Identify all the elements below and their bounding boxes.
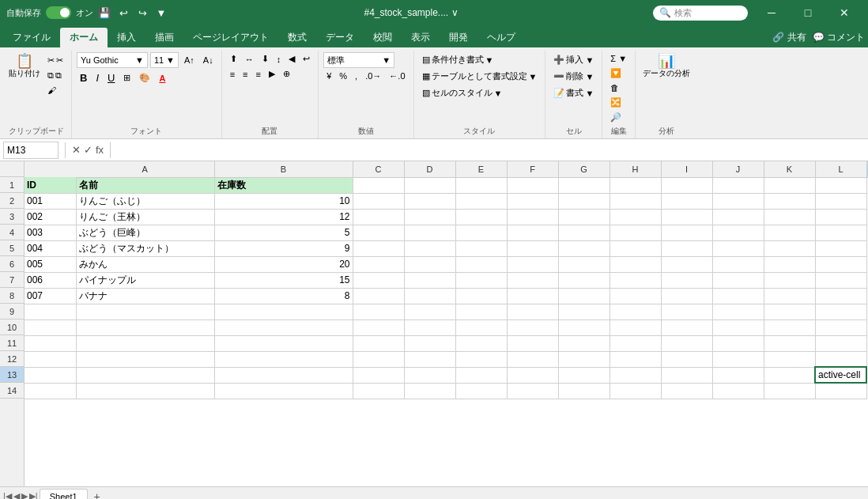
comment-button[interactable]: 💬 コメント xyxy=(813,31,865,44)
cell-I4[interactable] xyxy=(609,225,661,240)
cell-F1[interactable] xyxy=(455,177,507,193)
cell-J2[interactable] xyxy=(661,193,712,209)
cell-A10[interactable] xyxy=(25,319,76,335)
col-header-H[interactable]: H xyxy=(609,161,661,177)
row-header-11[interactable]: 11 xyxy=(0,335,24,351)
cell-C11[interactable] xyxy=(214,335,353,351)
cell-A5[interactable]: 004 xyxy=(25,240,76,256)
cell-J9[interactable] xyxy=(661,304,712,319)
cell-I10[interactable] xyxy=(609,319,661,335)
cell-I5[interactable] xyxy=(609,240,661,256)
cell-J4[interactable] xyxy=(661,225,712,240)
data-analysis-button[interactable]: 📊 データの分析 xyxy=(640,52,693,81)
cell-K12[interactable] xyxy=(712,351,764,367)
align-right-button[interactable]: ≡ xyxy=(253,67,264,81)
cell-G9[interactable] xyxy=(507,304,558,319)
percent-button[interactable]: % xyxy=(336,70,350,82)
row-header-8[interactable]: 8 xyxy=(0,288,24,304)
col-header-B[interactable]: B xyxy=(214,161,353,177)
cell-L1[interactable] xyxy=(764,177,815,193)
cell-G6[interactable] xyxy=(507,256,558,272)
cell-F7[interactable] xyxy=(455,272,507,288)
col-header-K[interactable]: K xyxy=(764,161,815,177)
italic-button[interactable]: I xyxy=(92,70,102,85)
cell-L11[interactable] xyxy=(764,335,815,351)
close-button[interactable]: ✕ xyxy=(827,0,862,25)
cancel-formula-icon[interactable]: ✕ xyxy=(72,144,81,156)
cell-D9[interactable] xyxy=(353,304,404,319)
cell-L14[interactable] xyxy=(764,383,815,399)
border-button[interactable]: ⊞ xyxy=(120,71,134,85)
insert-cells-button[interactable]: ➕ 挿入 ▼ xyxy=(550,52,597,67)
tab-review[interactable]: 校閲 xyxy=(364,28,402,47)
cell-I7[interactable] xyxy=(609,272,661,288)
cell-G4[interactable] xyxy=(507,225,558,240)
cell-A6[interactable]: 005 xyxy=(25,256,76,272)
cell-H4[interactable] xyxy=(558,225,609,240)
cell-G13[interactable] xyxy=(507,367,558,383)
cell-C5[interactable]: 9 xyxy=(214,240,353,256)
redo-qat-button[interactable]: ↪ xyxy=(134,5,150,21)
cell-K13[interactable] xyxy=(712,367,764,383)
cell-K8[interactable] xyxy=(712,288,764,304)
cell-A1[interactable]: ID xyxy=(25,177,76,193)
cell-D3[interactable] xyxy=(353,209,404,225)
cell-M7[interactable] xyxy=(815,272,866,288)
cell-D13[interactable] xyxy=(353,367,404,383)
cell-F10[interactable] xyxy=(455,319,507,335)
cell-F14[interactable] xyxy=(455,383,507,399)
cell-E4[interactable] xyxy=(404,225,455,240)
cell-E7[interactable] xyxy=(404,272,455,288)
underline-button[interactable]: U xyxy=(104,70,118,85)
cell-A9[interactable] xyxy=(25,304,76,319)
cell-D10[interactable] xyxy=(353,319,404,335)
row-header-13[interactable]: 13 xyxy=(0,367,24,383)
cell-L3[interactable] xyxy=(764,209,815,225)
decrease-decimal-button[interactable]: ←.0 xyxy=(386,70,408,82)
cell-J12[interactable] xyxy=(661,351,712,367)
tab-help[interactable]: ヘルプ xyxy=(477,28,525,47)
row-header-4[interactable]: 4 xyxy=(0,225,24,240)
cell-H3[interactable] xyxy=(558,209,609,225)
col-header-I[interactable]: I xyxy=(661,161,712,177)
cell-K7[interactable] xyxy=(712,272,764,288)
cell-D6[interactable] xyxy=(353,256,404,272)
cell-H10[interactable] xyxy=(558,319,609,335)
font-size-dropdown[interactable]: 11 ▼ xyxy=(150,52,179,68)
increase-decimal-button[interactable]: .0→ xyxy=(362,70,384,82)
tab-file[interactable]: ファイル xyxy=(3,28,60,47)
restore-button[interactable]: □ xyxy=(791,0,825,25)
font-name-dropdown[interactable]: Yu Gothic ▼ xyxy=(77,52,148,68)
cell-C8[interactable]: 8 xyxy=(214,288,353,304)
cell-H8[interactable] xyxy=(558,288,609,304)
row-header-1[interactable]: 1 xyxy=(0,177,24,193)
cell-L5[interactable] xyxy=(764,240,815,256)
cell-F13[interactable] xyxy=(455,367,507,383)
row-header-10[interactable]: 10 xyxy=(0,319,24,335)
cell-K2[interactable] xyxy=(712,193,764,209)
cell-G10[interactable] xyxy=(507,319,558,335)
cell-B8[interactable]: バナナ xyxy=(76,288,214,304)
cell-F9[interactable] xyxy=(455,304,507,319)
col-header-G[interactable]: G xyxy=(558,161,609,177)
cell-K4[interactable] xyxy=(712,225,764,240)
row-header-5[interactable]: 5 xyxy=(0,240,24,256)
cell-J7[interactable] xyxy=(661,272,712,288)
cell-A11[interactable] xyxy=(25,335,76,351)
col-header-J[interactable]: J xyxy=(712,161,764,177)
cell-K5[interactable] xyxy=(712,240,764,256)
increase-font-button[interactable]: A↑ xyxy=(181,54,198,66)
cell-C3[interactable]: 12 xyxy=(214,209,353,225)
cell-G2[interactable] xyxy=(507,193,558,209)
confirm-formula-icon[interactable]: ✓ xyxy=(84,144,92,156)
formula-input[interactable] xyxy=(117,144,865,156)
cell-E5[interactable] xyxy=(404,240,455,256)
save-qat-button[interactable]: 💾 xyxy=(96,5,112,21)
cell-B5[interactable]: ぶどう（マスカット） xyxy=(76,240,214,256)
cell-H9[interactable] xyxy=(558,304,609,319)
cell-B10[interactable] xyxy=(76,319,214,335)
copy-button[interactable]: ⧉ ⧉ xyxy=(44,69,66,82)
sheet-next-button[interactable]: ▶ xyxy=(21,491,28,499)
cell-I2[interactable] xyxy=(609,193,661,209)
indent-decrease-button[interactable]: ◀ xyxy=(285,52,298,66)
